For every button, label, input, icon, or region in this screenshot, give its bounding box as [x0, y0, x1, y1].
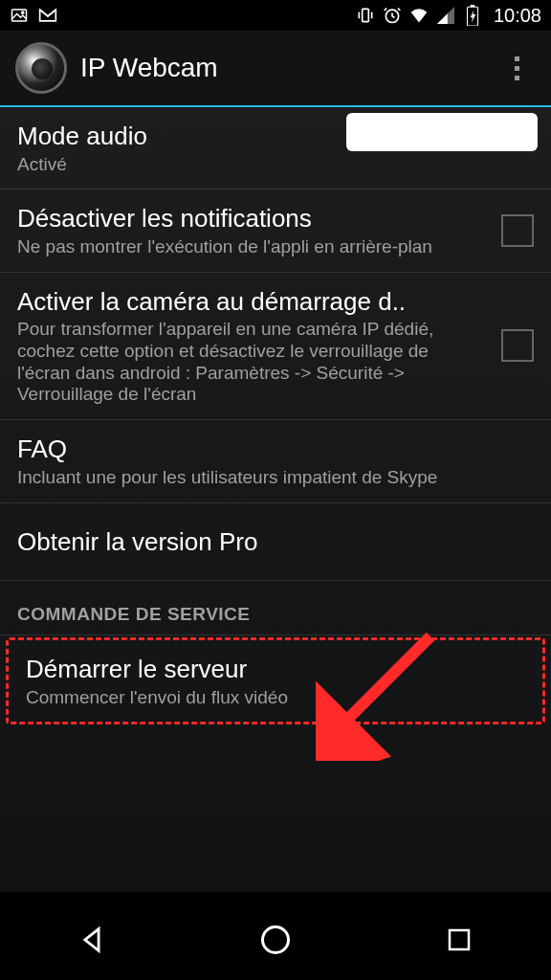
checkbox[interactable] [501, 329, 534, 362]
annotation-highlight-box: Démarrer le serveur Commencer l'envoi du… [6, 637, 545, 724]
picture-icon [10, 6, 29, 25]
setting-title: Obtenir la version Pro [17, 526, 534, 558]
setting-faq[interactable]: FAQ Incluant une pour les utilisateurs i… [0, 420, 551, 502]
signal-icon [436, 6, 455, 25]
setting-title: FAQ [17, 434, 534, 465]
navigation-bar [0, 900, 551, 980]
gmail-icon [38, 6, 57, 25]
setting-subtitle: Pour transformer l'appareil en une camér… [17, 319, 482, 406]
wifi-icon [409, 6, 429, 25]
setting-title: Activer la caméra au démarrage d.. [17, 286, 482, 318]
section-header-service: COMMANDE DE SERVICE [0, 581, 551, 635]
setting-subtitle: Activé [17, 154, 534, 176]
setting-subtitle: Ne pas montrer l'exécution de l'appli en… [17, 236, 482, 258]
settings-list: Mode audio Activé Désactiver les notific… [0, 107, 551, 892]
setting-activate-camera-startup[interactable]: Activer la caméra au démarrage d.. Pour … [0, 273, 551, 421]
vibrate-icon [356, 6, 375, 25]
nav-home-button[interactable] [247, 911, 304, 969]
app-title: IP Webcam [80, 53, 497, 83]
alarm-icon [383, 6, 402, 25]
action-bar: IP Webcam [0, 31, 551, 107]
svg-rect-7 [471, 5, 474, 7]
nav-back-button[interactable] [63, 911, 121, 969]
white-overlay-artifact [346, 113, 538, 151]
battery-charging-icon [463, 6, 482, 25]
svg-rect-2 [363, 9, 369, 21]
app-icon [15, 42, 67, 94]
setting-get-pro[interactable]: Obtenir la version Pro [0, 503, 551, 582]
svg-point-1 [22, 11, 24, 13]
setting-disable-notifications[interactable]: Désactiver les notifications Ne pas mont… [0, 189, 551, 272]
setting-title: Démarrer le serveur [26, 654, 525, 685]
setting-subtitle: Commencer l'envoi du flux vidéo [26, 687, 525, 709]
overflow-menu-button[interactable] [497, 49, 536, 87]
svg-point-9 [263, 927, 289, 953]
nav-recent-button[interactable] [430, 911, 488, 969]
setting-subtitle: Incluant une pour les utilisateurs impat… [17, 467, 534, 489]
setting-start-server[interactable]: Démarrer le serveur Commencer l'envoi du… [9, 640, 542, 722]
checkbox[interactable] [501, 214, 534, 247]
status-clock: 10:08 [494, 5, 541, 27]
svg-rect-10 [450, 930, 469, 949]
status-bar: 10:08 [0, 0, 551, 31]
setting-title: Désactiver les notifications [17, 203, 482, 234]
